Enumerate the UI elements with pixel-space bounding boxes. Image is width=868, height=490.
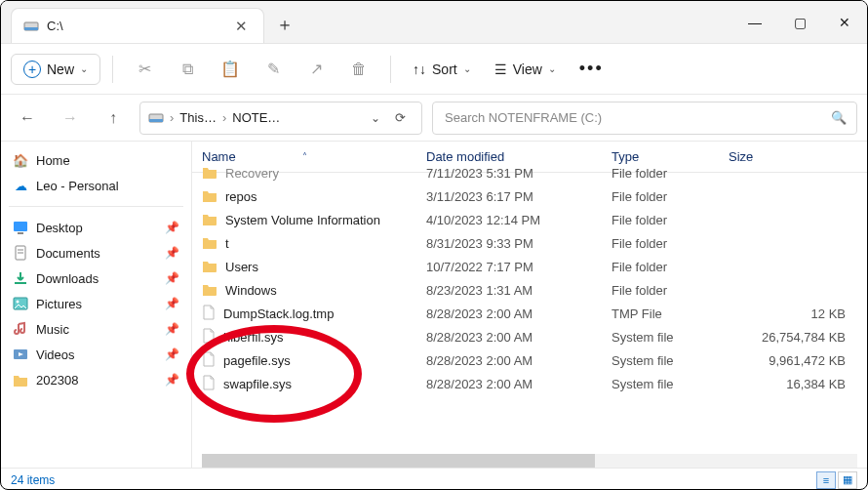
sidebar-item-desktop[interactable]: Desktop📌: [5, 215, 187, 240]
file-name: hiberfil.sys: [223, 330, 283, 345]
file-name: repos: [225, 189, 257, 204]
file-date: 8/28/2023 2:00 AM: [426, 306, 612, 321]
sidebar-item-music[interactable]: Music📌: [5, 316, 187, 342]
svg-point-11: [17, 301, 20, 304]
file-row[interactable]: pagefile.sys8/28/2023 2:00 AMSystem file…: [192, 348, 867, 372]
svg-rect-9: [15, 282, 26, 284]
new-tab-button[interactable]: ＋: [268, 8, 301, 41]
search-input[interactable]: [443, 109, 831, 126]
folder-icon: [202, 165, 217, 182]
minimize-button[interactable]: —: [732, 1, 777, 44]
scrollbar-thumb[interactable]: [202, 454, 595, 468]
file-row[interactable]: repos3/11/2023 6:17 PMFile folder: [192, 184, 867, 208]
sidebar-item-downloads[interactable]: Downloads📌: [5, 265, 187, 291]
sidebar-item-videos[interactable]: Videos📌: [5, 342, 187, 367]
file-row[interactable]: Recovery7/11/2023 5:31 PMFile folder: [192, 161, 867, 184]
statusbar: 24 items ≡ ▦: [1, 468, 867, 490]
refresh-icon[interactable]: ⟳: [386, 110, 414, 125]
file-row[interactable]: hiberfil.sys8/28/2023 2:00 AMSystem file…: [192, 325, 867, 348]
file-name: Recovery: [225, 166, 279, 181]
toolbar: + New ⌄ ✂ ⧉ 📋 ✎ ↗ 🗑 ↑↓ Sort ⌄ ☰ View ⌄ •…: [1, 44, 867, 95]
new-button[interactable]: + New ⌄: [11, 54, 100, 85]
thumbnails-view-icon[interactable]: ▦: [838, 471, 857, 489]
close-button[interactable]: ✕: [822, 1, 867, 44]
paste-icon[interactable]: 📋: [211, 52, 250, 87]
tab-current[interactable]: C:\ ✕: [11, 8, 264, 43]
item-count: 24 items: [11, 473, 55, 487]
sidebar-onedrive[interactable]: ☁ Leo - Personal: [5, 173, 187, 198]
file-size: 16,384 KB: [729, 377, 867, 391]
divider: [112, 56, 113, 83]
sort-button[interactable]: ↑↓ Sort ⌄: [403, 56, 481, 83]
window-controls: — ▢ ✕: [732, 1, 867, 44]
file-type: File folder: [612, 236, 729, 251]
file-row[interactable]: Windows8/23/2023 1:31 AMFile folder: [192, 278, 867, 302]
rename-icon[interactable]: ✎: [254, 52, 293, 87]
file-icon: [202, 305, 216, 323]
maximize-button[interactable]: ▢: [777, 1, 822, 44]
onedrive-icon: ☁: [13, 178, 28, 193]
view-label: View: [513, 61, 542, 77]
svg-rect-5: [18, 232, 23, 234]
back-button[interactable]: ←: [11, 102, 44, 135]
file-size: 12 KB: [729, 306, 867, 321]
pin-icon: 📌: [165, 373, 179, 387]
tab-close-icon[interactable]: ✕: [231, 18, 252, 35]
sidebar-home[interactable]: 🏠 Home: [5, 147, 187, 173]
videos-icon: [13, 347, 28, 362]
more-icon: •••: [579, 59, 604, 79]
copy-icon[interactable]: ⧉: [168, 52, 207, 87]
crumb-this-pc[interactable]: This…: [179, 110, 217, 125]
pin-icon: 📌: [165, 322, 179, 336]
delete-icon[interactable]: 🗑: [339, 52, 378, 87]
cut-icon[interactable]: ✂: [125, 52, 164, 87]
forward-button[interactable]: →: [54, 102, 87, 135]
more-button[interactable]: •••: [570, 53, 613, 85]
svg-rect-4: [14, 222, 27, 231]
address-bar[interactable]: › This… › NOTE… ⌄ ⟳: [139, 102, 422, 135]
file-row[interactable]: DumpStack.log.tmp8/28/2023 2:00 AMTMP Fi…: [192, 302, 867, 325]
file-size: 26,754,784 KB: [729, 330, 867, 345]
view-toggles: ≡ ▦: [816, 471, 857, 489]
file-row[interactable]: t8/31/2023 9:33 PMFile folder: [192, 231, 867, 255]
details-view-icon[interactable]: ≡: [816, 471, 836, 489]
file-row[interactable]: Users10/7/2022 7:17 PMFile folder: [192, 255, 867, 278]
sidebar-label: 202308: [36, 373, 78, 388]
sidebar-label: Music: [36, 322, 69, 337]
file-name: pagefile.sys: [223, 353, 291, 368]
search-bar[interactable]: 🔍: [432, 102, 857, 135]
file-name: DumpStack.log.tmp: [223, 306, 334, 321]
drive-icon: [23, 19, 39, 34]
file-type: System file: [612, 353, 729, 368]
sidebar-item-documents[interactable]: Documents📌: [5, 240, 187, 265]
file-date: 7/11/2023 5:31 PM: [426, 166, 612, 181]
file-row[interactable]: System Volume Information4/10/2023 12:14…: [192, 208, 867, 231]
pin-icon: 📌: [165, 297, 179, 310]
file-row[interactable]: swapfile.sys8/28/2023 2:00 AMSystem file…: [192, 372, 867, 395]
new-label: New: [47, 61, 74, 77]
file-type: File folder: [612, 189, 729, 204]
file-size: 9,961,472 KB: [729, 353, 867, 368]
file-date: 8/28/2023 2:00 AM: [426, 353, 612, 368]
file-date: 3/11/2023 6:17 PM: [426, 189, 612, 204]
search-icon[interactable]: 🔍: [831, 110, 847, 125]
titlebar: C:\ ✕ ＋ — ▢ ✕: [1, 1, 867, 44]
pin-icon: 📌: [165, 271, 179, 285]
crumb-drive[interactable]: NOTE…: [232, 110, 280, 125]
chevron-down-icon: ⌄: [548, 63, 556, 74]
sidebar-item-202308[interactable]: 202308📌: [5, 367, 187, 392]
sidebar: 🏠 Home ☁ Leo - Personal Desktop📌Document…: [1, 142, 192, 468]
file-icon: [202, 375, 216, 393]
horizontal-scrollbar[interactable]: [202, 454, 857, 468]
up-button[interactable]: ↑: [97, 102, 130, 135]
svg-rect-1: [24, 27, 38, 30]
divider: [9, 206, 183, 207]
pictures-icon: [13, 296, 28, 311]
view-button[interactable]: ☰ View ⌄: [485, 56, 566, 83]
file-name: Users: [225, 260, 258, 274]
sidebar-item-pictures[interactable]: Pictures📌: [5, 291, 187, 316]
sidebar-label: Home: [36, 153, 70, 168]
share-icon[interactable]: ↗: [296, 52, 335, 87]
file-type: File folder: [612, 283, 729, 298]
address-dropdown-icon[interactable]: ⌄: [371, 111, 380, 125]
